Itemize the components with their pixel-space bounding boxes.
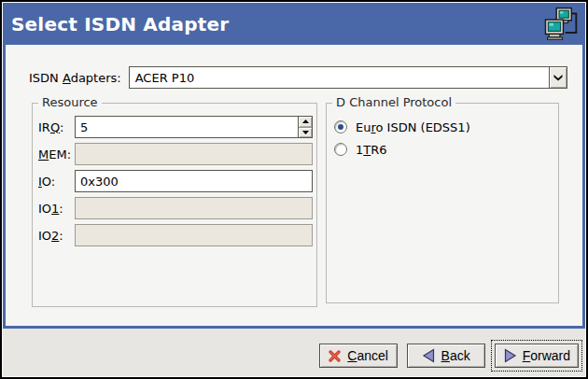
io-label: IO:: [38, 175, 75, 189]
io1-row: IO1:: [38, 197, 313, 219]
chevron-down-icon: [553, 75, 563, 81]
io2-input: [75, 224, 313, 246]
io1-input: [75, 197, 313, 219]
mem-input: [75, 143, 313, 165]
resource-group-title: Resource: [38, 95, 102, 109]
irq-label: IRQ:: [38, 120, 75, 134]
wizard-frame: ISDN Adapters: ACER P10 Resource: [3, 45, 585, 329]
arrow-right-icon: [503, 348, 517, 363]
radio-unselected-icon: [334, 143, 347, 156]
dialog-header: Select ISDN Adapter: [3, 3, 585, 45]
mem-row: MEM:: [38, 143, 313, 165]
arrow-left-icon: [422, 348, 436, 363]
irq-row: IRQ:: [38, 116, 313, 138]
irq-input[interactable]: [76, 117, 298, 137]
cancel-button-label: Cancel: [347, 348, 388, 363]
d-channel-protocol-groupbox: D Channel Protocol Euro ISDN (EDSS1) 1TR…: [326, 103, 559, 303]
isdn-adapters-row: ISDN Adapters: ACER P10: [29, 66, 567, 89]
radio-1tr6[interactable]: 1TR6: [334, 142, 387, 157]
spin-up-button[interactable]: [299, 117, 312, 128]
cancel-button[interactable]: Cancel: [319, 344, 398, 368]
isdn-adapters-combobox[interactable]: ACER P10: [129, 66, 567, 89]
select-isdn-adapter-dialog: Select ISDN Adapter: [0, 0, 588, 379]
isdn-adapters-label: ISDN Adapters:: [29, 71, 121, 85]
back-button[interactable]: Back: [407, 344, 485, 368]
forward-button-label: Forward: [523, 348, 570, 363]
page-title: Select ISDN Adapter: [11, 13, 229, 35]
back-button-label: Back: [441, 348, 470, 363]
io-row: IO:: [38, 170, 313, 192]
dialog-footer: Cancel Back Forward: [3, 329, 585, 376]
radio-euro-isdn-label: Euro ISDN (EDSS1): [356, 120, 470, 134]
radio-1tr6-label: 1TR6: [356, 143, 387, 157]
forward-button[interactable]: Forward: [495, 344, 579, 368]
irq-spinbox: [75, 116, 313, 138]
io-input[interactable]: [75, 170, 313, 192]
d-channel-protocol-group-title: D Channel Protocol: [332, 95, 455, 109]
combo-dropdown-button[interactable]: [549, 67, 567, 88]
arrow-down-icon: [302, 131, 309, 134]
isdn-adapters-selected-value: ACER P10: [130, 67, 549, 88]
content-panel: ISDN Adapters: ACER P10 Resource: [6, 45, 582, 326]
mem-label: MEM:: [38, 147, 75, 161]
io2-label: IO2:: [38, 229, 75, 243]
arrow-up-icon: [302, 119, 309, 123]
network-computers-icon: [544, 7, 580, 41]
radio-euro-isdn[interactable]: Euro ISDN (EDSS1): [334, 119, 470, 134]
io1-label: IO1:: [38, 202, 75, 216]
resource-groupbox: Resource IRQ:: [32, 103, 317, 307]
irq-spin-buttons: [298, 117, 312, 137]
radio-selected-icon: [334, 120, 347, 133]
cancel-x-icon: [328, 349, 342, 363]
spin-down-button[interactable]: [299, 128, 312, 138]
io2-row: IO2:: [38, 224, 313, 246]
